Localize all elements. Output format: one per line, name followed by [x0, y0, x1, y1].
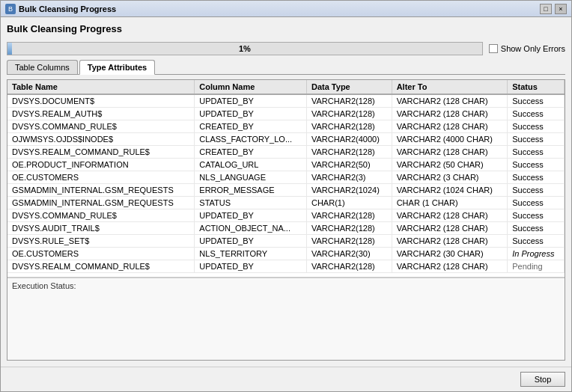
cell-data-type: VARCHAR2(128)	[306, 146, 392, 159]
table-row: DVSYS.REALM_COMMAND_RULE$ UPDATED_BY VAR…	[7, 260, 565, 273]
cell-status: Success	[508, 146, 565, 159]
close-button[interactable]: ×	[555, 4, 567, 14]
window-content: Bulk Cleansing Progress 1% Show Only Err…	[1, 17, 571, 367]
table-row: OE.CUSTOMERS NLS_LANGUAGE VARCHAR2(3) VA…	[7, 171, 565, 184]
col-header-table-name: Table Name	[7, 80, 195, 94]
show-errors-label: Show Only Errors	[501, 44, 565, 53]
cell-data-type: VARCHAR2(128)	[306, 260, 392, 273]
progress-label: 1%	[239, 44, 251, 53]
cell-alter-to: VARCHAR2 (50 CHAR)	[392, 159, 508, 171]
cell-column-name: UPDATED_BY	[195, 209, 307, 222]
cell-data-type: VARCHAR2(128)	[306, 222, 392, 235]
cell-table-name: DVSYS.REALM_AUTH$	[7, 108, 195, 120]
cell-table-name: DVSYS.AUDIT_TRAIL$	[7, 222, 195, 235]
table-row: GSMADMIN_INTERNAL.GSM_REQUESTS STATUS CH…	[7, 197, 565, 209]
progress-bar-container: 1%	[7, 42, 483, 55]
col-header-status: Status	[508, 80, 565, 94]
table-row: DVSYS.RULE_SET$ UPDATED_BY VARCHAR2(128)…	[7, 235, 565, 248]
cell-data-type: CHAR(1)	[306, 197, 392, 209]
cell-alter-to: VARCHAR2 (128 CHAR)	[392, 108, 508, 120]
tab-type-attributes[interactable]: Type Attributes	[79, 60, 155, 75]
page-title: Bulk Cleansing Progress	[7, 23, 565, 37]
cell-alter-to: VARCHAR2 (128 CHAR)	[392, 209, 508, 222]
cell-status: Pending	[508, 260, 565, 273]
cell-status: Success	[508, 222, 565, 235]
table-row: OE.PRODUCT_INFORMATION CATALOG_URL VARCH…	[7, 159, 565, 171]
table-row: OE.CUSTOMERS NLS_TERRITORY VARCHAR2(30) …	[7, 248, 565, 260]
cell-data-type: VARCHAR2(50)	[306, 159, 392, 171]
cell-status: Success	[508, 108, 565, 120]
cell-table-name: DVSYS.REALM_COMMAND_RULE$	[7, 260, 195, 273]
cell-alter-to: VARCHAR2 (128 CHAR)	[392, 146, 508, 159]
cell-alter-to: VARCHAR2 (128 CHAR)	[392, 94, 508, 108]
cell-table-name: DVSYS.REALM_COMMAND_RULE$	[7, 146, 195, 159]
cell-column-name: CATALOG_URL	[195, 159, 307, 171]
cell-alter-to: CHAR (1 CHAR)	[392, 197, 508, 209]
cell-table-name: OE.CUSTOMERS	[7, 248, 195, 260]
cell-table-name: OJWMSYS.OJDS$INODE$	[7, 133, 195, 146]
cell-status: Success	[508, 184, 565, 197]
cell-data-type: VARCHAR2(128)	[306, 94, 392, 108]
cell-status: Success	[508, 133, 565, 146]
cell-column-name: NLS_TERRITORY	[195, 248, 307, 260]
bottom-bar: Stop	[1, 367, 571, 391]
execution-status-label: Execution Status:	[12, 281, 76, 290]
title-bar: B Bulk Cleansing Progress □ ×	[1, 1, 571, 17]
execution-status: Execution Status:	[7, 278, 565, 360]
cell-status: Success	[508, 235, 565, 248]
cell-data-type: VARCHAR2(128)	[306, 209, 392, 222]
window-icon: B	[5, 4, 16, 14]
cell-data-type: VARCHAR2(3)	[306, 171, 392, 184]
cell-status: Success	[508, 159, 565, 171]
cell-status: Success	[508, 197, 565, 209]
main-panel: Table Name Column Name Data Type Alter T…	[7, 79, 565, 361]
cell-status: Success	[508, 94, 565, 108]
data-table: Table Name Column Name Data Type Alter T…	[7, 80, 565, 273]
cell-column-name: UPDATED_BY	[195, 108, 307, 120]
cell-data-type: VARCHAR2(30)	[306, 248, 392, 260]
cell-alter-to: VARCHAR2 (3 CHAR)	[392, 171, 508, 184]
cell-table-name: GSMADMIN_INTERNAL.GSM_REQUESTS	[7, 184, 195, 197]
col-header-column-name: Column Name	[195, 80, 307, 94]
tab-table-columns[interactable]: Table Columns	[7, 60, 78, 74]
cell-column-name: ACTION_OBJECT_NA...	[195, 222, 307, 235]
cell-status: Success	[508, 171, 565, 184]
cell-column-name: UPDATED_BY	[195, 94, 307, 108]
cell-alter-to: VARCHAR2 (128 CHAR)	[392, 222, 508, 235]
cell-column-name: CREATED_BY	[195, 120, 307, 133]
stop-button[interactable]: Stop	[520, 372, 565, 387]
table-header-row: Table Name Column Name Data Type Alter T…	[7, 80, 565, 94]
cell-alter-to: VARCHAR2 (128 CHAR)	[392, 260, 508, 273]
col-header-alter-to: Alter To	[392, 80, 508, 94]
cell-table-name: GSMADMIN_INTERNAL.GSM_REQUESTS	[7, 197, 195, 209]
table-row: GSMADMIN_INTERNAL.GSM_REQUESTS ERROR_MES…	[7, 184, 565, 197]
table-row: DVSYS.REALM_COMMAND_RULE$ CREATED_BY VAR…	[7, 146, 565, 159]
cell-alter-to: VARCHAR2 (4000 CHAR)	[392, 133, 508, 146]
tabs-container: Table Columns Type Attributes	[7, 60, 565, 75]
cell-table-name: OE.CUSTOMERS	[7, 171, 195, 184]
progress-bar-fill	[7, 43, 12, 55]
cell-table-name: DVSYS.COMMAND_RULE$	[7, 209, 195, 222]
cell-column-name: CLASS_FACTORY_LO...	[195, 133, 307, 146]
cell-table-name: DVSYS.DOCUMENT$	[7, 94, 195, 108]
cell-alter-to: VARCHAR2 (30 CHAR)	[392, 248, 508, 260]
cell-data-type: VARCHAR2(128)	[306, 120, 392, 133]
table-row: DVSYS.AUDIT_TRAIL$ ACTION_OBJECT_NA... V…	[7, 222, 565, 235]
cell-column-name: CREATED_BY	[195, 146, 307, 159]
table-row: DVSYS.COMMAND_RULE$ CREATED_BY VARCHAR2(…	[7, 120, 565, 133]
table-wrapper[interactable]: Table Name Column Name Data Type Alter T…	[7, 80, 565, 278]
cell-column-name: UPDATED_BY	[195, 260, 307, 273]
progress-row: 1% Show Only Errors	[7, 42, 565, 55]
cell-data-type: VARCHAR2(4000)	[306, 133, 392, 146]
cell-table-name: DVSYS.RULE_SET$	[7, 235, 195, 248]
cell-data-type: VARCHAR2(1024)	[306, 184, 392, 197]
cell-alter-to: VARCHAR2 (128 CHAR)	[392, 120, 508, 133]
cell-column-name: UPDATED_BY	[195, 235, 307, 248]
show-errors-checkbox[interactable]	[489, 44, 498, 53]
title-bar-left: B Bulk Cleansing Progress	[5, 4, 116, 14]
cell-alter-to: VARCHAR2 (128 CHAR)	[392, 235, 508, 248]
cell-table-name: DVSYS.COMMAND_RULE$	[7, 120, 195, 133]
table-row: OJWMSYS.OJDS$INODE$ CLASS_FACTORY_LO... …	[7, 133, 565, 146]
maximize-icon[interactable]: □	[540, 4, 552, 14]
cell-column-name: STATUS	[195, 197, 307, 209]
